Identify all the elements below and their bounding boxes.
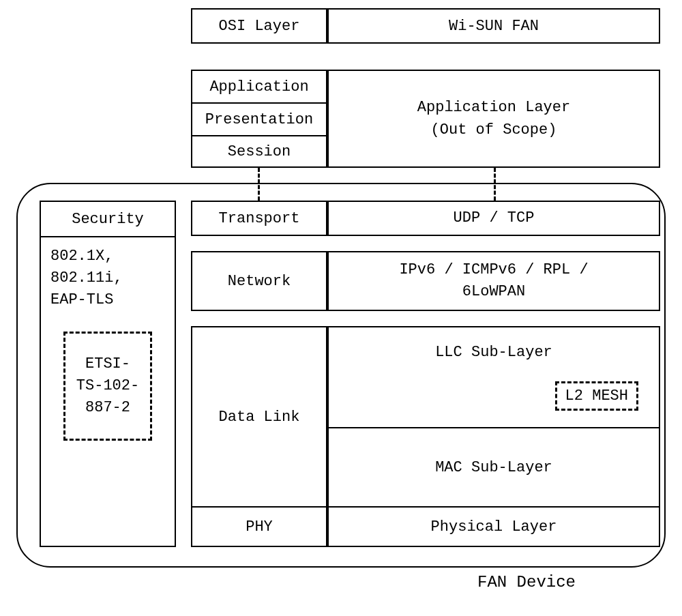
header-row: OSI Layer Wi-SUN FAN [191, 8, 660, 44]
osi-datalink-phy-col: Data Link PHY [191, 326, 327, 547]
security-body: 802.1X, 802.11i, EAP-TLS ETSI- TS-102- 8… [41, 237, 175, 449]
application-block: Application Presentation Session Applica… [191, 70, 660, 168]
osi-network: Network [191, 251, 327, 311]
fan-device-label: FAN Device [477, 573, 576, 591]
osi-transport: Transport [191, 201, 327, 236]
security-block: Security 802.1X, 802.11i, EAP-TLS ETSI- … [40, 201, 176, 547]
wisun-datalink-phy-col: LLC Sub-Layer L2 MESH MAC Sub-Layer Phys… [327, 326, 660, 547]
osi-datalink-label: Data Link [219, 409, 300, 426]
osi-app-stack: Application Presentation Session [191, 70, 327, 168]
security-items: 802.1X, 802.11i, EAP-TLS [50, 246, 165, 311]
wisun-physical-layer: Physical Layer [329, 508, 659, 546]
transport-row: Transport UDP / TCP [191, 201, 660, 236]
osi-datalink: Data Link [192, 327, 326, 508]
wisun-llc-sublayer: LLC Sub-Layer L2 MESH [329, 327, 659, 428]
llc-label: LLC Sub-Layer [435, 344, 552, 361]
osi-layer-header: OSI Layer [191, 8, 327, 44]
etsi-box: ETSI- TS-102- 887-2 [63, 332, 152, 441]
osi-presentation: Presentation [191, 102, 327, 135]
main-layer-stack: Transport UDP / TCP Network IPv6 / ICMPv… [191, 201, 660, 547]
l2-mesh-label: L2 MESH [565, 387, 628, 405]
network-row: Network IPv6 / ICMPv6 / RPL / 6LoWPAN [191, 251, 660, 311]
wisun-network: IPv6 / ICMPv6 / RPL / 6LoWPAN [327, 251, 660, 311]
wisun-application-layer: Application Layer (Out of Scope) [327, 70, 660, 168]
wisun-fan-header: Wi-SUN FAN [327, 8, 660, 44]
security-title: Security [41, 202, 175, 237]
osi-session: Session [191, 135, 327, 168]
datalink-phy-block: Data Link PHY LLC Sub-Layer L2 MESH MAC … [191, 326, 660, 547]
wisun-transport: UDP / TCP [327, 201, 660, 236]
osi-phy: PHY [192, 508, 326, 546]
etsi-label: ETSI- TS-102- 887-2 [76, 353, 139, 419]
osi-application: Application [191, 70, 327, 102]
l2-mesh-box: L2 MESH [555, 381, 638, 411]
wisun-mac-sublayer: MAC Sub-Layer [329, 428, 659, 508]
